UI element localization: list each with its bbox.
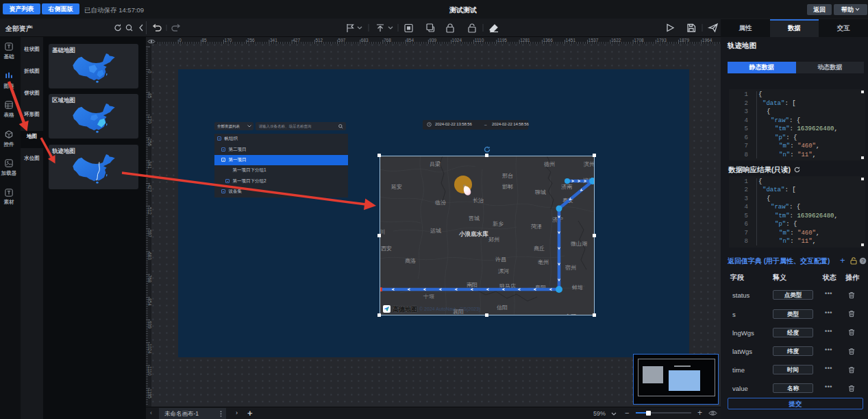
svg-text:?: ?: [861, 258, 864, 264]
